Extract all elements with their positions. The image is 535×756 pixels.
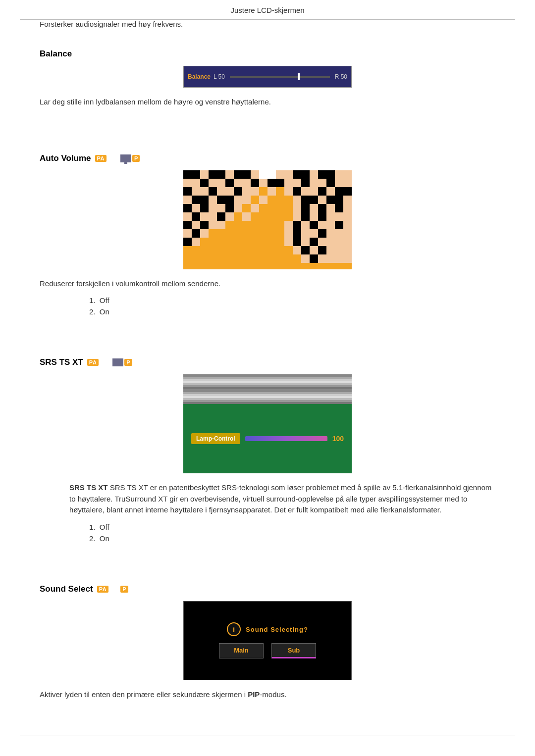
srs-icon-group: P: [112, 358, 132, 366]
balance-heading: Balance: [40, 49, 495, 59]
sound-select-desc: Aktiver lyden til enten den primære elle…: [40, 689, 495, 701]
balance-section: Balance Balance L 50 R 50 Lar deg stille…: [0, 39, 535, 130]
srs-image: Lamp-Control 100: [183, 374, 352, 473]
sound-select-badge-pa: PA: [97, 586, 108, 593]
balance-thumb: [298, 73, 300, 80]
srs-option-1: 1. Off: [89, 523, 495, 531]
balance-desc: Lar deg stille inn lydbalansen mellom de…: [40, 97, 495, 108]
sound-top-row: i Sound Selecting?: [227, 622, 308, 636]
auto-volume-image-container: [40, 170, 495, 269]
srs-image-container: Lamp-Control 100: [40, 374, 495, 473]
sound-select-image-container: i Sound Selecting? Main Sub: [40, 601, 495, 680]
balance-label: Balance: [188, 73, 211, 80]
srs-badge-p: P: [124, 359, 132, 366]
sound-select-badge-p: P: [120, 586, 128, 593]
auto-volume-desc: Reduserer forskjellen i volumkontroll me…: [40, 278, 495, 290]
auto-volume-icon-group: P: [120, 154, 140, 162]
srs-lines: [183, 374, 352, 404]
srs-value: 100: [332, 435, 344, 443]
sound-info-icon: i: [227, 622, 241, 636]
sound-title-text: Sound Selecting?: [246, 626, 308, 633]
bottom-rule: [20, 736, 515, 736]
auto-volume-section: Auto Volume PA P: [0, 144, 535, 334]
sound-select-image: i Sound Selecting? Main Sub: [183, 601, 352, 680]
balance-image-container: Balance L 50 R 50: [40, 66, 495, 88]
srs-bottom-area: Lamp-Control 100: [183, 404, 352, 473]
srs-tv-icon: [112, 358, 123, 366]
balance-slider-image: Balance L 50 R 50: [183, 66, 352, 88]
sound-bottom-row: Main Sub: [219, 643, 316, 658]
auto-volume-image: [183, 170, 352, 269]
srs-heading: SRS TS XT PA P: [40, 357, 495, 367]
auto-volume-option-1: 1. Off: [89, 296, 495, 304]
balance-left-value: L 50: [214, 73, 225, 80]
pixel-art: [183, 170, 352, 269]
page-title: Justere LCD-skjermen: [20, 0, 515, 20]
pip-label: PIP: [248, 690, 260, 699]
sound-btn-sub[interactable]: Sub: [271, 643, 316, 658]
balance-right-value: R 50: [335, 73, 347, 80]
srs-desc: SRS TS XT SRS TS XT er en patentbeskytte…: [69, 482, 495, 516]
srs-badge-pa: PA: [87, 359, 99, 366]
srs-section: SRS TS XT PA P Lamp-Control 100 SRS TS X…: [0, 348, 535, 560]
auto-volume-heading: Auto Volume PA P: [40, 153, 495, 163]
sound-select-section: Sound Select PA P i Sound Selecting? Mai…: [0, 574, 535, 722]
auto-volume-option-2: 2. On: [89, 307, 495, 316]
srs-option-2: 2. On: [89, 534, 495, 543]
srs-brand: SRS TS XT: [69, 483, 108, 492]
auto-volume-badge-p: P: [132, 155, 140, 162]
auto-volume-badge-pa: PA: [95, 155, 107, 162]
page-container: Justere LCD-skjermen Forsterker audiosig…: [0, 0, 535, 756]
srs-lamp-label: Lamp-Control: [191, 433, 240, 444]
tv-icon: [120, 154, 131, 162]
sound-btn-main[interactable]: Main: [219, 643, 264, 658]
intro-text: Forsterker audiosignaler med høy frekven…: [40, 20, 535, 28]
balance-track: [230, 76, 330, 78]
sound-select-heading: Sound Select PA P: [40, 584, 495, 594]
srs-bar-track: [245, 436, 327, 441]
